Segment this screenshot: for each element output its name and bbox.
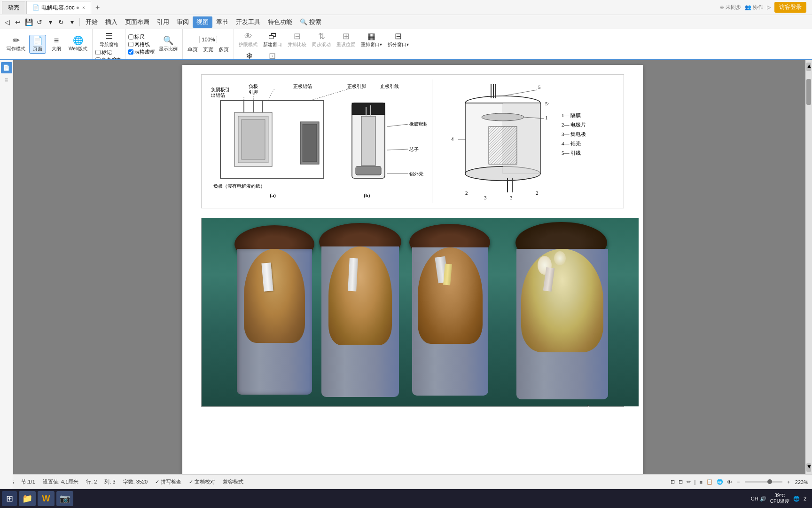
eye-icon: 👁 [244,32,252,40]
statusbar: 1/36 节:1/1 设置值: 4.1厘米 行: 2 列: 3 字数: 3520… [0,474,812,489]
checkbox-table-label[interactable]: 表格虚框 [128,48,155,56]
zoom-slider[interactable] [745,481,782,483]
menu-icon-redo2[interactable]: ↻ [56,17,66,27]
ribbon-btn-side-compare[interactable]: ⊟ 并排比较 [286,31,308,49]
view-icon1[interactable]: ≡ [699,479,702,485]
menu-item-view[interactable]: 视图 [193,16,212,28]
svg-rect-25 [361,116,375,166]
zoom-out-btn[interactable]: － [736,478,741,485]
checkbox-grid-label[interactable]: 网格线 [128,41,155,48]
checkbox-mark[interactable] [95,50,101,55]
ribbon-btn-outline-mode[interactable]: ≡ 大纲 [48,35,65,53]
ribbon-zoom-content: 100% 单页 页宽 多页 [186,31,231,57]
web-mode-icon: 🌐 [73,36,83,45]
menu-item-review[interactable]: 审阅 [173,16,193,28]
ribbon-btn-split[interactable]: ⊟ 拆分窗口▾ [386,31,411,49]
ribbon-btn-page-width[interactable]: 页宽 [201,45,215,54]
menu-item-chapter[interactable]: 章节 [212,16,232,28]
sidebar-btn-outline[interactable]: ≡ [1,74,12,86]
svg-text:4: 4 [451,136,454,142]
checkbox-grid[interactable] [128,42,133,47]
checkbox-task-label[interactable]: 任务窗格 [95,56,122,60]
menu-item-insert[interactable]: 插入 [102,16,121,28]
menu-item-search[interactable]: 🔍 搜索 [296,16,325,28]
svg-text:正极铝箔: 正极铝箔 [293,84,312,89]
titlebar-right: ⊙ 未同步 👥 协作 ▷ 访客登录 [720,2,810,13]
menu-item-start[interactable]: 开始 [82,16,102,28]
statusbar-right: ⊡ ⊟ ✏ | ≡ 📋 🌐 👁 － ＋ 223% [671,478,808,485]
ribbon-btn-page-mode[interactable]: 📄 页面 [29,35,46,54]
svg-text:2— 电极片: 2— 电极片 [562,122,586,127]
ribbon-btn-sync-scroll[interactable]: ⇅ 同步滚动 [310,31,333,49]
svg-text:橡胶密封塞: 橡胶密封塞 [409,121,427,127]
share-icon: ▷ [767,4,771,10]
status-spellcheck: ✓ 拼写检查 [155,478,181,485]
edit-icon[interactable]: ✏ [687,479,691,485]
checkbox-mark-label[interactable]: 标记 [95,49,122,56]
visit-login-btn[interactable]: 访客登录 [774,2,806,13]
taskbar-left: ⊞ 📁 W 📷 [2,491,73,506]
scrollbar[interactable]: ▲ ▼ [805,60,812,474]
svg-text:负极: 负极 [249,84,258,89]
scroll-down-btn[interactable]: ▼ [806,463,811,472]
scroll-thumb[interactable] [806,79,811,105]
svg-rect-40 [489,127,517,164]
menu-item-devtools[interactable]: 开发工具 [232,16,264,28]
ribbon-btn-write-mode[interactable]: ✏ 写作模式 [5,35,27,53]
zoom-in-btn[interactable]: ＋ [786,478,791,485]
svg-text:1— 隔膜: 1— 隔膜 [562,112,581,118]
ribbon-btn-zoom[interactable]: 🔍 显示比例 [157,35,180,53]
status-row: 行: 2 [86,478,97,485]
ribbon-show-content: 标尺 网格线 表格虚框 🔍 显示比例 [128,31,180,57]
ribbon-btn-multi-page[interactable]: 多页 [217,45,231,54]
ribbon-btn-rearrange[interactable]: ▦ 重排窗口▾ [359,31,384,49]
svg-rect-10 [242,119,265,159]
menu-item-ref[interactable]: 引用 [153,16,173,28]
menu-item-layout[interactable]: 页面布局 [121,16,153,28]
ribbon-btn-reset-pos[interactable]: ⊞ 重设位置 [335,31,357,49]
taskbar-files-btn[interactable]: 📁 [19,491,36,506]
checkbox-ruler-label[interactable]: 标尺 [128,33,155,40]
taskbar-wps-btn[interactable]: W [38,491,55,506]
ribbon-btn-eye-mode[interactable]: 👁 护眼模式 [237,31,259,49]
svg-text:3: 3 [484,195,487,200]
svg-text:4— 铝壳: 4— 铝壳 [562,141,581,146]
menu-icon-undoarrow[interactable]: ▾ [45,17,55,27]
tab-active[interactable]: 📄 电解电容.doc ● × [26,1,91,14]
fit-icon[interactable]: ⊡ [671,479,675,485]
ribbon-btn-web-mode[interactable]: 🌐 Web版式 [67,35,89,53]
ribbon-btn-new-window[interactable]: 🗗 新建窗口 [261,31,284,49]
menu-icon-undo[interactable]: ↺ [34,17,45,27]
taskbar-camera-btn[interactable]: 📷 [56,491,73,506]
new-window-icon: 🗗 [268,32,277,40]
svg-text:负极（浸有电解液的纸）: 负极（浸有电解液的纸） [213,183,265,189]
cap-3 [404,218,498,406]
tab-new-btn[interactable]: + [92,2,103,13]
ribbon-btn-rightmost[interactable]: ⊡ 右▾ [264,51,281,60]
menu-icon-back[interactable]: ◁ [2,17,12,27]
tab-inactive[interactable]: 稿壳 [2,1,25,14]
ribbon-zoom-pct-btn[interactable]: 100% [197,35,219,44]
view-icon2[interactable]: 📋 [706,479,713,485]
svg-text:出铝箔: 出铝箔 [211,93,225,98]
status-col: 列: 3 [104,478,115,485]
menu-icon-redo[interactable]: ↩ [13,17,23,27]
cap-3-inner [418,247,483,344]
menu-icon-redo2arrow[interactable]: ▾ [67,17,77,27]
layout-icon[interactable]: ⊟ [679,479,683,485]
checkbox-table[interactable] [128,49,133,55]
taskbar-start-icon[interactable]: ⊞ [2,491,17,506]
checkbox-ruler[interactable] [128,34,133,40]
ribbon-btn-single-page[interactable]: 单页 [186,45,200,54]
svg-text:(a): (a) [270,192,276,198]
page-mode-icon: 📄 [32,36,43,45]
tab-close-btn[interactable]: × [82,5,85,10]
ribbon-zoom-group: 100% 单页 页宽 多页 [183,29,234,59]
menu-icon-save[interactable]: 💾 [23,17,34,27]
ribbon-btn-freeze[interactable]: ❄ 冻结窗格▾ [237,51,262,60]
ribbon-btn-nav-pane[interactable]: ☰ 导航窗格 [98,31,120,49]
sidebar-btn-page[interactable]: 📄 [1,62,12,73]
scroll-up-btn[interactable]: ▲ [806,63,811,71]
status-text-compare: ✓ 文档校对 [189,478,215,485]
menu-item-special[interactable]: 特色功能 [264,16,296,28]
